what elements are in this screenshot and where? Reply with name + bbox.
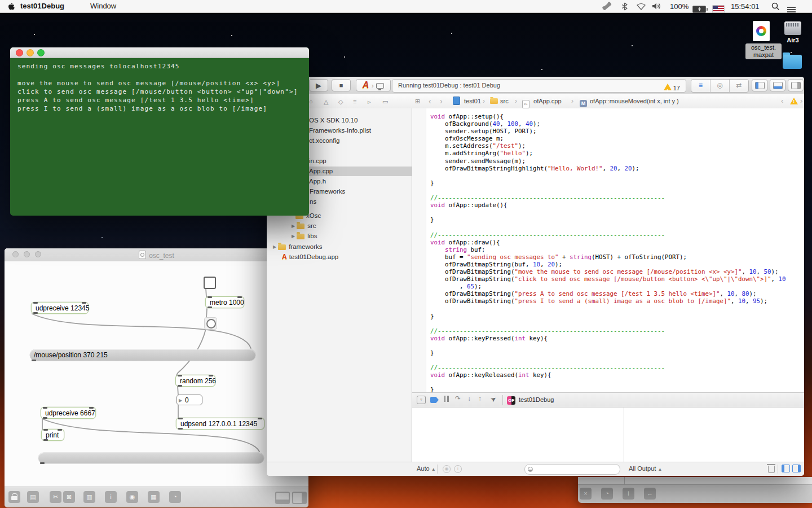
patch-cords-icon[interactable]: ✂ [50, 491, 61, 503]
volume-status-icon[interactable] [652, 0, 662, 12]
battery-status-icon[interactable] [692, 3, 706, 15]
debug-process-tab[interactable]: test01Debug [519, 396, 554, 403]
wifi-status-icon[interactable] [636, 0, 646, 12]
navigator-row[interactable]: ▶libs [267, 231, 412, 241]
jumpbar-group[interactable]: src [490, 94, 509, 108]
variables-view-toggle[interactable] [782, 465, 790, 472]
desktop-icon-folder[interactable] [783, 55, 802, 69]
patch-object-metro[interactable]: metro 1000 [205, 296, 244, 308]
inspector-icon[interactable]: ◉ [126, 491, 138, 503]
disclosure-triangle-icon[interactable]: ▶ [292, 221, 295, 231]
navigator-selector-icon[interactable]: ▹ [368, 98, 371, 106]
presentation-icon[interactable]: ▥ [83, 491, 95, 503]
patch-number-number-box[interactable]: ▶0 [176, 395, 202, 405]
zoom-button[interactable] [37, 49, 45, 56]
grid-icon[interactable]: ▦ [148, 491, 160, 503]
info-icon[interactable]: i [454, 465, 462, 473]
desktop-icon-maxpat[interactable] [753, 21, 770, 41]
step-out-button[interactable]: ↑ [478, 395, 482, 402]
app-menu[interactable]: test01Debug [20, 0, 64, 12]
navigator-row[interactable]: ▶frameworks [267, 242, 412, 252]
patch-object-udpreceive-6667[interactable]: udpreceive 6667 [41, 407, 96, 419]
navigator-row[interactable]: ▶src [267, 221, 412, 231]
breakpoint-gutter[interactable] [412, 108, 426, 392]
clock-icon[interactable]: ◔ [601, 488, 613, 500]
info-icon[interactable]: i [623, 488, 634, 500]
variables-filter-field[interactable] [524, 464, 620, 475]
editor-mode-segmented[interactable]: ≡ ◎ ⇄ [691, 79, 749, 93]
quicklook-icon[interactable]: ◉ [443, 465, 451, 473]
toggle-navigator-button[interactable] [752, 79, 767, 91]
patch-message-message-empty[interactable] [38, 453, 264, 463]
next-issue-button[interactable]: › [800, 94, 802, 108]
navigator-selector-icon[interactable]: △ [324, 98, 328, 106]
menu-clock[interactable]: 15:54:01 [731, 0, 760, 12]
console-scope-popup[interactable]: All Output ▲ [629, 465, 661, 472]
variables-view[interactable] [412, 408, 623, 462]
max-titlebar[interactable]: osc_test [5, 248, 308, 262]
new-object-icon[interactable]: ▤ [27, 491, 39, 503]
patcher-canvas[interactable]: metro 1000udpreceive 12345/mouse/positio… [5, 261, 308, 487]
run-button[interactable]: ▶ [309, 79, 328, 91]
apple-menu[interactable] [8, 2, 15, 15]
navigator-selector-bar[interactable]: ○△◇≡▹▭ [309, 98, 411, 107]
disclosure-triangle-icon[interactable]: ▶ [292, 231, 295, 241]
navigator-selector-icon[interactable]: ≡ [353, 98, 356, 105]
console-output[interactable] [624, 408, 804, 462]
console-view-toggle[interactable] [792, 465, 801, 472]
forward-button[interactable]: › [440, 94, 443, 108]
input-source-flag-icon[interactable] [713, 3, 724, 15]
close-icon[interactable]: × [580, 488, 592, 500]
right-panel-toggle-icon[interactable] [292, 492, 307, 504]
info-icon[interactable]: i [105, 491, 117, 503]
step-into-button[interactable]: ↓ [467, 395, 471, 402]
hide-debug-area-button[interactable]: ▿ [417, 396, 426, 404]
issue-button[interactable] [790, 98, 798, 106]
patch-toggle-toggle[interactable] [204, 277, 216, 289]
lock-icon[interactable] [8, 491, 20, 503]
assistant-editor-button[interactable]: ◎ [710, 80, 730, 92]
breakpoints-toggle-icon[interactable] [430, 397, 439, 403]
audio-icon[interactable]: ◔ [169, 491, 181, 503]
patch-object-udpsend[interactable]: udpsend 127.0.0.1 12345 [176, 418, 264, 430]
prev-issue-button[interactable]: ‹ [781, 94, 783, 108]
scheme-selector[interactable]: A › [356, 79, 391, 91]
toggle-debug-area-button[interactable] [770, 79, 785, 91]
handoff-status-icon[interactable] [603, 0, 611, 12]
patch-object-udpreceive-12345[interactable]: udpreceive 12345 [31, 302, 89, 314]
minimize-button[interactable] [27, 49, 34, 56]
menu-item-window[interactable]: Window [90, 0, 116, 12]
stop-button[interactable]: ■ [332, 79, 351, 91]
navigator-row[interactable]: Atest01Debug.app [267, 252, 412, 262]
toggle-inspector-button[interactable] [788, 79, 804, 91]
back-arrow-icon[interactable]: ← [644, 488, 656, 500]
warning-badge[interactable]: 17 [664, 82, 680, 94]
notification-center-icon[interactable] [787, 3, 796, 16]
source-editor[interactable]: void ofApp::setup(){ ofBackground(40, 10… [412, 108, 804, 392]
patch-bang-bang[interactable] [204, 317, 217, 330]
bottom-panel-toggle-icon[interactable] [275, 492, 290, 504]
of-titlebar[interactable] [10, 47, 309, 58]
standard-editor-button[interactable]: ≡ [691, 80, 710, 92]
back-button[interactable]: ‹ [429, 94, 431, 108]
simulate-location-button[interactable]: ➤ [489, 394, 498, 404]
jumpbar-project[interactable]: test01 [453, 94, 481, 108]
patch-message-message-mouse-position[interactable]: /mouse/position 370 215 [30, 349, 255, 361]
pause-button[interactable] [443, 396, 449, 404]
clear-console-button[interactable] [768, 466, 775, 473]
related-items-icon[interactable]: ⊞ [415, 94, 420, 108]
jumpbar-file[interactable]: c+ ofApp.cpp [522, 94, 562, 108]
bluetooth-status-icon[interactable] [621, 0, 628, 12]
version-editor-button[interactable]: ⇄ [730, 80, 748, 92]
jumpbar-symbol[interactable]: MofApp::mouseMoved(int x, int y ) [580, 94, 679, 108]
desktop-icon-drive[interactable] [784, 21, 801, 35]
remove-icon[interactable]: ⊠ [63, 491, 75, 503]
navigator-selector-icon[interactable]: ○ [309, 98, 313, 105]
variables-scope-popup[interactable]: Auto ▲ [417, 465, 435, 472]
patch-object-random[interactable]: random 256 [175, 375, 215, 387]
step-over-button[interactable]: ↷ [455, 395, 461, 402]
navigator-selector-icon[interactable]: ▭ [382, 98, 388, 106]
patch-object-print[interactable]: print [41, 429, 64, 441]
close-button[interactable] [16, 49, 23, 56]
navigator-selector-icon[interactable]: ◇ [338, 98, 343, 106]
